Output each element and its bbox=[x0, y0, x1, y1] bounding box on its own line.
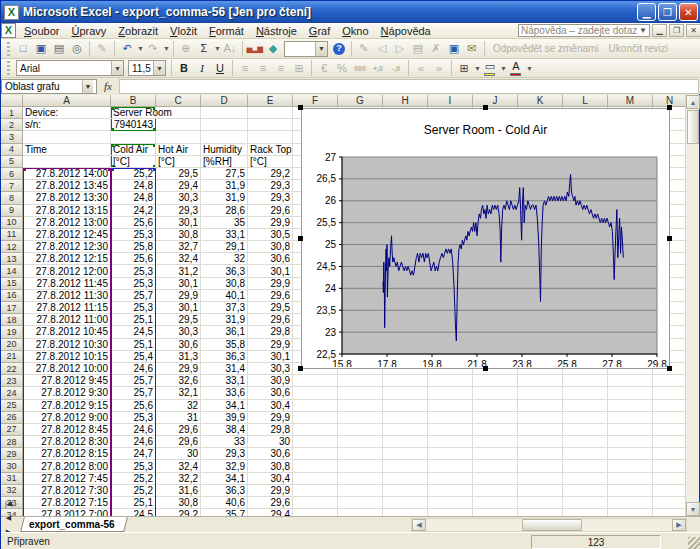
underline-icon[interactable]: U bbox=[211, 60, 229, 77]
cell-C4[interactable]: Hot Air bbox=[156, 144, 201, 156]
undo-icon[interactable]: ↶ bbox=[118, 40, 136, 57]
cell-F32[interactable] bbox=[293, 485, 338, 497]
cell-C14[interactable]: 31,2 bbox=[156, 265, 201, 277]
cell-D3[interactable] bbox=[201, 131, 248, 143]
column-header-J[interactable]: J bbox=[473, 95, 518, 107]
cell-E11[interactable]: 30,5 bbox=[248, 229, 293, 241]
cell-E4[interactable]: Rack Top bbox=[248, 144, 293, 156]
cell-N26[interactable] bbox=[653, 412, 687, 424]
prev-sheet-button[interactable]: ◀ bbox=[1, 511, 16, 525]
cell-K27[interactable] bbox=[518, 424, 563, 436]
cell-L28[interactable] bbox=[563, 436, 608, 448]
menu-graf[interactable]: Graf bbox=[303, 24, 336, 38]
cell-N25[interactable] bbox=[653, 400, 687, 412]
delete-comment-icon[interactable]: ✗ bbox=[427, 40, 445, 57]
cell-D24[interactable]: 33,6 bbox=[201, 387, 248, 399]
cell-A16[interactable]: 27.8.2012 11:30 bbox=[23, 290, 111, 302]
edit-comment-icon[interactable]: ✎ bbox=[355, 40, 373, 57]
cell-E27[interactable]: 29,8 bbox=[248, 424, 293, 436]
show-comments-icon[interactable]: ▤ bbox=[409, 40, 427, 57]
chart-resize-handle[interactable] bbox=[667, 366, 672, 371]
menu-okno[interactable]: Okno bbox=[336, 24, 374, 38]
cell-B24[interactable]: 25,7 bbox=[111, 387, 156, 399]
insert-function-icon[interactable]: fx bbox=[97, 80, 119, 92]
cell-H26[interactable] bbox=[383, 412, 428, 424]
cell-A19[interactable]: 27.8.2012 10:45 bbox=[23, 326, 111, 338]
row-header-9[interactable]: 9 bbox=[1, 205, 23, 217]
cell-B28[interactable]: 24,6 bbox=[111, 436, 156, 448]
cell-D6[interactable]: 27,5 bbox=[201, 168, 248, 180]
cell-E12[interactable]: 30,8 bbox=[248, 241, 293, 253]
row-header-14[interactable]: 14 bbox=[1, 265, 23, 277]
cell-A13[interactable]: 27.8.2012 12:15 bbox=[23, 253, 111, 265]
cell-M25[interactable] bbox=[608, 400, 653, 412]
first-sheet-button[interactable]: |◀ bbox=[1, 497, 16, 511]
cell-A7[interactable]: 27.8.2012 13:45 bbox=[23, 180, 111, 192]
drawing-icon[interactable]: ◆ bbox=[264, 40, 282, 57]
cell-A27[interactable]: 27.8.2012 8:45 bbox=[23, 424, 111, 436]
cell-E33[interactable]: 29,6 bbox=[248, 497, 293, 509]
cell-E7[interactable]: 29,3 bbox=[248, 180, 293, 192]
chart-resize-handle[interactable] bbox=[667, 236, 672, 241]
row-header-4[interactable]: 4 bbox=[1, 144, 23, 156]
cell-A2[interactable]: s/n: bbox=[23, 119, 111, 131]
cell-L33[interactable] bbox=[563, 497, 608, 509]
chevron-down-icon[interactable]: ▼ bbox=[111, 61, 123, 75]
column-header-A[interactable]: A bbox=[23, 95, 111, 107]
cell-I29[interactable] bbox=[428, 448, 473, 460]
chart-resize-handle[interactable] bbox=[298, 105, 303, 110]
cell-D9[interactable]: 28,6 bbox=[201, 205, 248, 217]
align-center-icon[interactable]: ≡ bbox=[254, 60, 272, 77]
cell-D18[interactable]: 31,9 bbox=[201, 314, 248, 326]
cell-D14[interactable]: 36,3 bbox=[201, 265, 248, 277]
cell-L30[interactable] bbox=[563, 460, 608, 472]
cell-D19[interactable]: 36,1 bbox=[201, 326, 248, 338]
font-combo[interactable]: Arial▼ bbox=[16, 60, 124, 76]
cell-E3[interactable] bbox=[248, 131, 293, 143]
insert-hyperlink-icon[interactable]: ⊕ bbox=[177, 40, 195, 57]
next-comment-icon[interactable]: ▷ bbox=[391, 40, 409, 57]
chart-object[interactable]: Server Room - Cold Air 2726,52625,52524,… bbox=[301, 108, 670, 369]
cell-C24[interactable]: 32,1 bbox=[156, 387, 201, 399]
cell-B32[interactable]: 25,2 bbox=[111, 485, 156, 497]
cell-I26[interactable] bbox=[428, 412, 473, 424]
cell-D12[interactable]: 29,1 bbox=[201, 241, 248, 253]
minimize-button[interactable]: ▁ bbox=[637, 3, 656, 21]
cell-A18[interactable]: 27.8.2012 11:00 bbox=[23, 314, 111, 326]
cell-L26[interactable] bbox=[563, 412, 608, 424]
cell-G27[interactable] bbox=[338, 424, 383, 436]
chart-wizard-icon[interactable]: ▅▂▆ bbox=[246, 40, 264, 57]
cell-F26[interactable] bbox=[293, 412, 338, 424]
vertical-scrollbar[interactable]: ▲ ▼ bbox=[685, 95, 699, 516]
cell-C19[interactable]: 30,3 bbox=[156, 326, 201, 338]
cell-C12[interactable]: 32,7 bbox=[156, 241, 201, 253]
cell-C20[interactable]: 30,6 bbox=[156, 339, 201, 351]
currency-icon[interactable]: € bbox=[315, 60, 333, 77]
menu-upravy[interactable]: Úpravy bbox=[65, 24, 112, 38]
cell-G34[interactable] bbox=[338, 509, 383, 516]
cell-I25[interactable] bbox=[428, 400, 473, 412]
cell-A15[interactable]: 27.8.2012 11:45 bbox=[23, 278, 111, 290]
cell-K30[interactable] bbox=[518, 460, 563, 472]
cell-M23[interactable] bbox=[608, 375, 653, 387]
cell-B17[interactable]: 25,3 bbox=[111, 302, 156, 314]
row-header-18[interactable]: 18 bbox=[1, 314, 23, 326]
cell-H29[interactable] bbox=[383, 448, 428, 460]
column-header-D[interactable]: D bbox=[201, 95, 248, 107]
row-header-30[interactable]: 30 bbox=[1, 460, 23, 472]
cell-H27[interactable] bbox=[383, 424, 428, 436]
cell-B13[interactable]: 25,6 bbox=[111, 253, 156, 265]
menu-nastroje[interactable]: Nástroje bbox=[250, 24, 303, 38]
cell-C27[interactable]: 29,6 bbox=[156, 424, 201, 436]
cell-B27[interactable]: 24,6 bbox=[111, 424, 156, 436]
cell-M30[interactable] bbox=[608, 460, 653, 472]
row-header-5[interactable]: 5 bbox=[1, 156, 23, 168]
row-header-8[interactable]: 8 bbox=[1, 192, 23, 204]
cell-K29[interactable] bbox=[518, 448, 563, 460]
chevron-down-icon[interactable]: ▼ bbox=[214, 45, 221, 52]
cell-E25[interactable]: 30,4 bbox=[248, 400, 293, 412]
cell-C23[interactable]: 32,6 bbox=[156, 375, 201, 387]
cell-E15[interactable]: 29,9 bbox=[248, 278, 293, 290]
cell-J33[interactable] bbox=[473, 497, 518, 509]
row-header-31[interactable]: 31 bbox=[1, 473, 23, 485]
